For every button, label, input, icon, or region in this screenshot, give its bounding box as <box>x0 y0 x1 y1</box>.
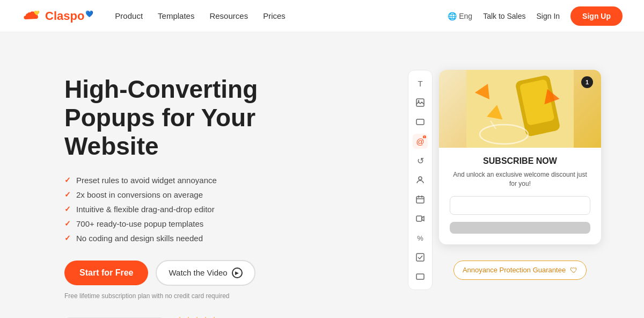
main-content: High-Converting Popups for Your Website … <box>0 32 644 318</box>
svg-rect-7 <box>416 254 424 261</box>
popup-image-area: 1 <box>439 70 601 148</box>
editor-toolbar: T @ 1 ↺ <box>408 70 433 290</box>
popup-preview-container: 1 <box>439 70 601 280</box>
globe-icon: 🌐 <box>448 12 457 20</box>
language-selector[interactable]: 🌐 Eng <box>448 12 472 20</box>
nav-product[interactable]: Product <box>115 11 143 20</box>
annoyance-protection-badge[interactable]: Annoyance Protection Guarantee 🛡 <box>453 261 587 280</box>
toolbar-user-icon[interactable] <box>413 172 428 187</box>
feature-text: Preset rules to avoid widget annoyance <box>76 176 217 185</box>
feature-item: ✓ Preset rules to avoid widget annoyance <box>64 176 333 185</box>
logo-icon: 💛 <box>21 10 41 22</box>
check-icon: ✓ <box>64 219 71 228</box>
cta-buttons: Start for Free Watch the Video ▶ <box>64 260 333 286</box>
popup-title: SUBSCRIBE NOW <box>450 156 590 166</box>
toolbar-percent-icon[interactable]: % <box>413 230 428 245</box>
annoyance-label: Annoyance Protection Guarantee <box>463 266 566 274</box>
toolbar-image-icon[interactable] <box>413 95 428 110</box>
hero-right: T @ 1 ↺ <box>408 70 601 290</box>
toolbar-video-icon[interactable] <box>413 211 428 226</box>
popup-subtitle: And unlock an exclusive welcome discount… <box>450 170 590 189</box>
sign-in-link[interactable]: Sign In <box>537 12 560 20</box>
svg-point-4 <box>419 177 422 180</box>
popup-email-input[interactable] <box>450 196 590 215</box>
start-for-free-button[interactable]: Start for Free <box>64 261 148 285</box>
svg-rect-3 <box>416 119 424 125</box>
free-note: Free lifetime subscription plan with no … <box>64 292 333 300</box>
toolbar-checkbox-icon[interactable] <box>413 250 428 265</box>
nav-prices[interactable]: Prices <box>263 11 286 20</box>
feature-item: ✓ Intuitive & flexible drag-and-drop edi… <box>64 205 333 214</box>
badges-section: 🏅 PRODUCT HUNT #1 Product of the Day ★★★… <box>64 315 333 318</box>
popup-submit-button[interactable] <box>450 222 590 234</box>
toolbar-refresh-icon[interactable]: ↺ <box>413 153 428 168</box>
talk-to-sales-link[interactable]: Talk to Sales <box>483 12 525 20</box>
check-icon: ✓ <box>64 190 71 199</box>
check-icon: ✓ <box>64 176 71 184</box>
toolbar-email-icon[interactable]: @ 1 <box>413 134 428 149</box>
play-icon: ▶ <box>232 268 243 278</box>
navbar-right: 🌐 Eng Talk to Sales Sign In Sign Up <box>448 6 623 26</box>
notification-badge: 1 <box>581 76 593 88</box>
feature-item: ✓ No coding and design skills needed <box>64 234 333 243</box>
check-icon: ✓ <box>64 234 71 242</box>
svg-text:💛: 💛 <box>34 10 40 16</box>
navbar: 💛 Claspo 💙 Product Templates Resources P… <box>0 0 644 32</box>
toolbar-layout-icon[interactable] <box>413 269 428 284</box>
star-rating: ★★★★★ <box>176 315 219 318</box>
svg-rect-5 <box>416 197 424 203</box>
nav-templates[interactable]: Templates <box>158 11 194 20</box>
popup-content: SUBSCRIBE NOW And unlock an exclusive we… <box>439 148 601 244</box>
feature-item: ✓ 700+ ready-to-use popup templates <box>64 219 333 228</box>
nav-resources[interactable]: Resources <box>209 11 248 20</box>
toolbar-input-icon[interactable] <box>413 114 428 129</box>
popup-illustration <box>439 70 601 148</box>
logo-heart: 💙 <box>85 10 93 18</box>
watch-video-label: Watch the Video <box>169 268 227 277</box>
svg-rect-8 <box>416 274 424 279</box>
logo[interactable]: 💛 Claspo 💙 <box>21 9 93 23</box>
popup-preview: 1 <box>439 70 601 244</box>
toolbar-calendar-icon[interactable] <box>413 192 428 207</box>
nav-links: Product Templates Resources Prices <box>115 11 285 20</box>
g2-badge: ★★★★★ G2 ➤ <box>176 315 219 318</box>
features-list: ✓ Preset rules to avoid widget annoyance… <box>64 176 333 243</box>
shield-icon: 🛡 <box>570 266 577 274</box>
logo-text: Claspo <box>45 9 84 23</box>
feature-item: ✓ 2x boost in conversions on average <box>64 190 333 199</box>
g2-logos: ★★★★★ G2 ➤ <box>176 315 219 318</box>
svg-rect-6 <box>416 216 422 221</box>
feature-text: 2x boost in conversions on average <box>76 190 203 199</box>
toolbar-text-icon[interactable]: T <box>413 76 428 91</box>
feature-text: 700+ ready-to-use popup templates <box>76 219 203 228</box>
toolbar-badge: 1 <box>422 135 427 139</box>
lang-label: Eng <box>459 12 472 20</box>
check-icon: ✓ <box>64 205 71 213</box>
feature-text: Intuitive & flexible drag-and-drop edito… <box>76 205 215 214</box>
sign-up-button[interactable]: Sign Up <box>570 6 623 26</box>
hero-left: High-Converting Popups for Your Website … <box>64 64 333 318</box>
feature-text: No coding and design skills needed <box>76 234 203 243</box>
hero-title: High-Converting Popups for Your Website <box>64 75 333 161</box>
watch-video-button[interactable]: Watch the Video ▶ <box>156 260 255 286</box>
navbar-left: 💛 Claspo 💙 Product Templates Resources P… <box>21 9 286 23</box>
